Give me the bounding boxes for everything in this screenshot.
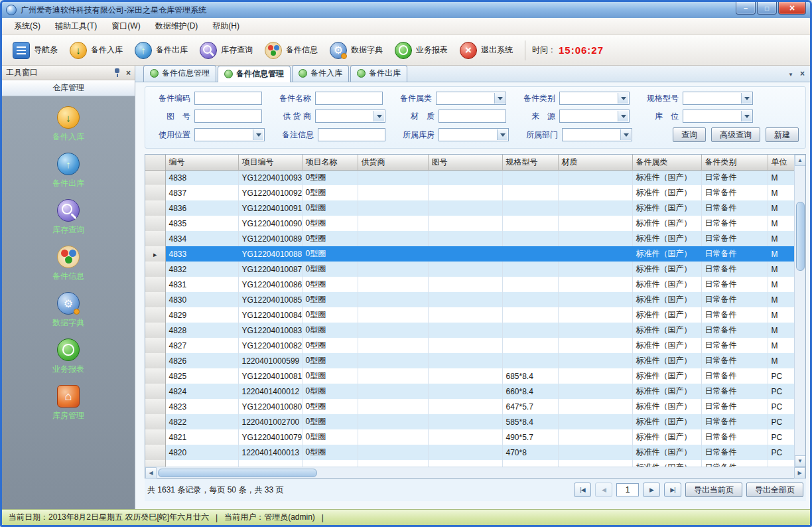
grid-cell[interactable]: 0型圈 [302,338,358,353]
grid-cell[interactable]: 4835 [165,216,238,231]
grid-cell[interactable]: 标准件（国产） [632,353,701,368]
grid-cell[interactable]: 4826 [165,353,238,368]
horizontal-scroll-thumb[interactable] [158,469,317,477]
table-row[interactable]: 4829YG122040100840型圈标准件（国产）日常备件M [145,307,794,323]
grid-cell[interactable] [558,170,632,185]
grid-cell[interactable]: 标准件（国产） [632,170,701,185]
grid-cell[interactable] [502,460,558,467]
pin-icon[interactable] [114,68,121,77]
grid-cell[interactable]: 日常备件 [701,200,768,216]
vertical-scroll-thumb[interactable] [796,202,805,271]
grid-cell[interactable]: 0型圈 [302,353,358,368]
table-row[interactable]: 4838YG122040100930型圈标准件（国产）日常备件M [145,170,794,185]
grid-cell[interactable]: 0型圈 [302,292,358,307]
grid-cell[interactable]: 标准件（国产） [632,246,701,262]
grid-cell[interactable] [358,384,428,399]
grid-cell[interactable] [502,200,558,216]
grid-cell[interactable]: 日常备件 [701,170,768,185]
first-page-button[interactable] [574,483,591,497]
grid-cell[interactable]: 4824 [165,384,238,399]
grid-cell[interactable]: 0型圈 [302,399,358,414]
grid-cell[interactable]: 日常备件 [701,399,768,414]
search-text-input[interactable] [194,110,262,123]
search-text-input[interactable] [439,110,506,123]
column-header[interactable]: 备件类别 [701,155,768,170]
table-row[interactable]: 4828YG122040100830型圈标准件（国产）日常备件M [145,323,794,338]
new-button[interactable]: 新建 [766,127,799,142]
grid-cell[interactable]: 标准件（国产） [632,200,701,216]
column-header[interactable]: 规格型号 [502,155,558,170]
menu-window[interactable]: 窗口(W) [105,18,147,35]
grid-cell[interactable] [358,231,428,246]
grid-cell[interactable] [558,368,632,384]
sidebar-item-house[interactable]: 库房管理 [2,383,135,423]
toolbar-parts-out-button[interactable]: 备件出库 [129,38,193,62]
toolbar-navbar-button[interactable]: 导航条 [7,38,63,62]
grid-cell[interactable] [428,246,502,262]
grid-cell[interactable]: 4831 [165,277,238,292]
toolbar-search-button[interactable]: 库存查询 [194,38,258,62]
grid-cell[interactable] [428,200,502,216]
grid-cell[interactable]: M [768,231,794,246]
grid-cell[interactable]: 日常备件 [701,338,768,353]
grid-cell[interactable]: 0型圈 [302,262,358,277]
grid-cell[interactable]: 日常备件 [701,414,768,429]
grid-cell[interactable]: 日常备件 [701,323,768,338]
grid-cell[interactable]: M [768,338,794,353]
search-combo[interactable] [315,110,385,123]
grid-cell[interactable] [428,262,502,277]
grid-cell[interactable] [502,185,558,200]
grid-cell[interactable] [358,292,428,307]
grid-cell[interactable] [428,384,502,399]
minimize-button[interactable] [736,2,756,15]
grid-cell[interactable] [358,185,428,200]
grid-cell[interactable]: 0型圈 [302,323,358,338]
grid-cell[interactable] [502,231,558,246]
scroll-right-icon[interactable] [794,467,805,479]
grid-cell[interactable]: YG12204010085 [238,292,302,307]
grid-cell[interactable] [558,353,632,368]
grid-cell[interactable]: 585*8.4 [502,414,558,429]
grid-cell[interactable]: M [768,323,794,338]
grid-cell[interactable] [558,292,632,307]
menu-aux-tools[interactable]: 辅助工具(T) [48,18,103,35]
chevron-down-icon[interactable] [618,111,628,121]
grid-cell[interactable]: 4834 [165,231,238,246]
grid-cell[interactable]: M [768,200,794,216]
grid-cell[interactable] [358,170,428,185]
table-row[interactable]: 4833YG122040100880型圈标准件（国产）日常备件M [145,246,794,262]
grid-cell[interactable] [558,460,632,467]
grid-cell[interactable]: YG12204010088 [238,246,302,262]
grid-cell[interactable]: 4820 [165,445,238,460]
grid-cell[interactable] [428,170,502,185]
table-row[interactable]: 4831YG122040100860型圈标准件（国产）日常备件M [145,277,794,292]
grid-cell[interactable] [358,216,428,231]
grid-cell[interactable]: 0型圈 [302,429,358,445]
toolbar-report-button[interactable]: 业务报表 [389,38,453,62]
grid-cell[interactable] [558,262,632,277]
chevron-down-icon[interactable] [253,129,263,140]
grid-cell[interactable]: 4822 [165,414,238,429]
table-row[interactable]: 4837YG122040100920型圈标准件（国产）日常备件M [145,185,794,200]
grid-cell[interactable]: 0型圈 [302,246,358,262]
page-number-input[interactable] [616,483,639,496]
search-text-input[interactable] [315,92,383,105]
grid-cell[interactable]: 0型圈 [302,307,358,323]
grid-cell[interactable] [358,429,428,445]
sidebar-item-parts-out[interactable]: 备件出库 [2,151,135,191]
search-combo[interactable] [436,92,506,105]
grid-cell[interactable]: 日常备件 [701,277,768,292]
search-combo[interactable] [559,110,630,123]
table-row[interactable]: 4825YG122040100810型圈685*8.4标准件（国产）日常备件PC [145,368,794,384]
grid-cell[interactable] [428,231,502,246]
grid-cell[interactable]: M [768,216,794,231]
grid-cell[interactable] [768,460,794,467]
grid-cell[interactable] [428,323,502,338]
grid-cell[interactable] [428,307,502,323]
table-row[interactable]: 482212204010027000型圈585*8.4标准件（国产）日常备件PC [145,414,794,429]
grid-cell[interactable]: 0型圈 [302,414,358,429]
sidebar-item-info[interactable]: 备件信息 [2,244,135,284]
grid-cell[interactable]: 标准件（国产） [632,292,701,307]
search-combo[interactable] [439,128,509,141]
table-row[interactable]: 4827YG122040100820型圈标准件（国产）日常备件M [145,338,794,353]
